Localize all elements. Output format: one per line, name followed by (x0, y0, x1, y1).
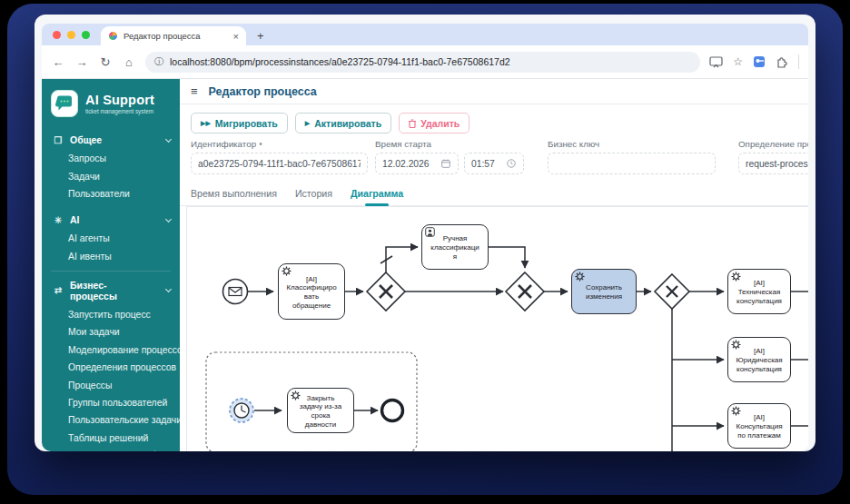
task-save-changes[interactable]: Сохранить изменения (571, 269, 637, 314)
sidebar-section-general[interactable]: ❒ Общее (42, 128, 180, 150)
tab-diagram[interactable]: Диаграмма (351, 188, 403, 205)
sidebar-item-users[interactable]: Пользователи (42, 185, 180, 203)
service-gear-icon (291, 390, 301, 400)
cast-icon[interactable] (709, 56, 723, 68)
chat-bubble-icon (55, 95, 74, 112)
browser-toolbar: ← → ↻ ⌂ ⓘ localhost:8080/bpm/processinst… (42, 45, 808, 79)
fast-forward-icon: ▶▶ (201, 120, 211, 127)
screenshot-stage: Редактор процесса × + ← → ↻ ⌂ ⓘ localhos… (0, 0, 850, 504)
zoom-window-button[interactable] (82, 31, 90, 39)
identifier-label: Идентификатор• (191, 139, 368, 149)
service-gear-icon (731, 272, 741, 282)
task-legal-consultation[interactable]: [AI] Юридическая консультация (727, 337, 791, 382)
sidebar-item-process-definitions[interactable]: Определения процессов (42, 359, 180, 376)
task-close-expired[interactable]: Закрыть задачу из-за срока давности (287, 388, 354, 433)
bpmn-canvas[interactable]: [AI] Классифициро вать обращение Ручная … (186, 206, 808, 451)
page-title: Редактор процесса (209, 85, 317, 98)
sidebar-section-ai[interactable]: ✳ AI (42, 208, 180, 230)
chevron-down-icon (165, 216, 172, 222)
play-icon: ▶ (305, 120, 310, 127)
task-tech-consultation[interactable]: [AI] Техническая консультация (727, 269, 791, 314)
timer-start-event[interactable] (230, 399, 253, 422)
task-manual-classification[interactable]: Ручная классификаци я (421, 224, 489, 270)
url-text: localhost:8080/bpm/processinstances/a0e2… (170, 56, 510, 67)
tab-history[interactable]: История (295, 188, 332, 205)
calendar-icon[interactable] (441, 159, 450, 168)
new-tab-button[interactable]: + (257, 29, 264, 43)
start-time-label: Время старта (375, 139, 529, 149)
gateway-routing[interactable] (655, 274, 689, 309)
extensions-icon[interactable] (776, 55, 788, 68)
site-info-icon[interactable]: ⓘ (154, 55, 163, 68)
reload-icon[interactable]: ↻ (98, 55, 113, 69)
sidebar-item-tasks[interactable]: Задачи (42, 167, 180, 184)
sidebar-item-my-tasks[interactable]: Мои задачи (42, 323, 180, 341)
process-definition-input[interactable] (738, 153, 808, 174)
address-bar[interactable]: ⓘ localhost:8080/bpm/processinstances/a0… (145, 52, 700, 73)
folder-icon: ❒ (53, 135, 64, 145)
sparkle-icon: ✳ (53, 215, 64, 225)
sidebar-item-start-process[interactable]: Запустить процесс (42, 306, 180, 323)
trash-icon (409, 119, 416, 128)
sidebar-item-decision-tables[interactable]: Таблицы решений (42, 430, 180, 447)
browser-tabstrip: Редактор процесса × + (42, 24, 808, 45)
chevron-down-icon (165, 135, 172, 142)
app-subtitle: ticket management system (85, 108, 154, 114)
end-event[interactable] (382, 400, 403, 421)
tab-favicon-icon (108, 31, 118, 41)
sidebar-item-user-groups[interactable]: Группы пользователей (42, 394, 180, 411)
detail-tabs: Время выполнения История Диаграмма (180, 179, 808, 206)
browser-window: Редактор процесса × + ← → ↻ ⌂ ⓘ localhos… (35, 15, 815, 451)
sidebar-item-process-modeling[interactable]: Моделирование процессов (42, 341, 180, 359)
sidebar-item-decision-table-modeling[interactable]: Моделирование таблиц при... (42, 447, 180, 451)
toolbar-separator (798, 54, 799, 69)
app-name: AI Support (85, 93, 154, 107)
gateway-classify-join[interactable] (506, 272, 544, 311)
tab-runtime[interactable]: Время выполнения (191, 188, 277, 205)
back-icon[interactable]: ← (51, 55, 65, 69)
sidebar-item-processes[interactable]: Процессы (42, 376, 180, 393)
app-sidebar: AI Support ticket management system ❒ Об… (42, 79, 180, 451)
migrate-button[interactable]: ▶▶ Мигрировать (191, 113, 288, 133)
identifier-input[interactable] (191, 153, 368, 174)
chevron-down-icon (165, 286, 172, 292)
start-time-input[interactable] (464, 153, 524, 174)
service-gear-icon (731, 406, 741, 416)
start-date-input[interactable] (375, 153, 459, 174)
app-logo (51, 90, 78, 117)
clock-icon[interactable] (507, 159, 516, 168)
gateway-classify-split[interactable] (367, 272, 405, 311)
envelope-icon (229, 288, 242, 296)
bookmark-star-icon[interactable]: ☆ (733, 55, 743, 68)
task-classify-request[interactable]: [AI] Классифициро вать обращение (278, 263, 345, 320)
forward-icon[interactable]: → (74, 55, 89, 69)
sidebar-item-requests[interactable]: Запросы (42, 150, 180, 167)
password-manager-icon[interactable] (753, 55, 766, 68)
sidebar-section-business-processes[interactable]: ⇄ Бизнес-процессы (42, 273, 180, 306)
sidebar-item-ai-agents[interactable]: AI агенты (42, 230, 180, 247)
task-payment-consultation[interactable]: [AI] Консультация по платежам (727, 403, 791, 449)
sidebar-item-user-tasks[interactable]: Пользовательские задачи (42, 411, 180, 429)
sidebar-divider (51, 271, 171, 272)
close-window-button[interactable] (53, 31, 61, 39)
delete-button[interactable]: Удалить (399, 113, 469, 133)
service-gear-icon (731, 340, 741, 350)
menu-icon[interactable]: ≡ (191, 84, 198, 98)
process-definition-label: Определение проц (738, 139, 808, 149)
tab-title: Редактор процесса (124, 31, 228, 41)
minimize-window-button[interactable] (67, 31, 75, 39)
message-start-event[interactable] (223, 280, 248, 304)
business-key-input[interactable] (548, 153, 716, 174)
home-icon[interactable]: ⌂ (122, 55, 136, 69)
shuffle-icon: ⇄ (53, 285, 64, 295)
service-gear-icon (575, 272, 585, 282)
business-key-label: Бизнес ключ (548, 139, 716, 149)
browser-tab[interactable]: Редактор процесса × (101, 26, 246, 45)
tab-close-icon[interactable]: × (233, 31, 239, 42)
activate-button[interactable]: ▶ Активировать (295, 113, 391, 133)
sidebar-item-ai-events[interactable]: AI ивенты (42, 248, 180, 265)
user-task-icon (425, 227, 435, 237)
window-controls (42, 31, 101, 45)
service-gear-icon (282, 266, 292, 276)
